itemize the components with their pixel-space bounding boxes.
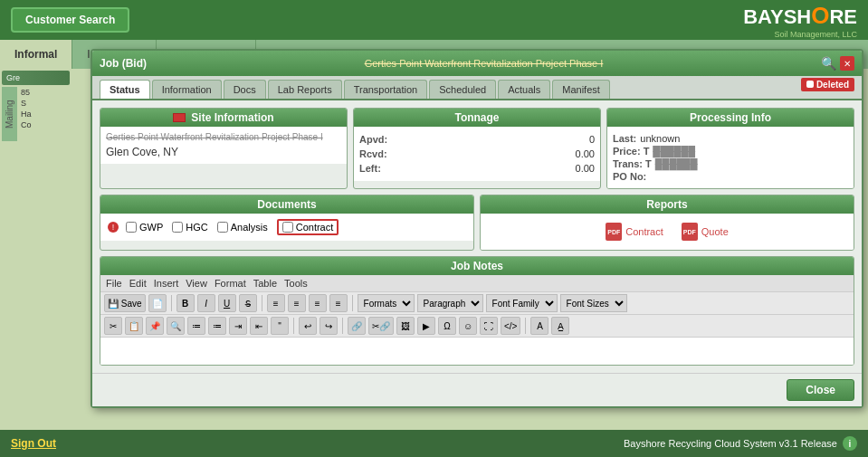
proc-last-label: Last: — [613, 133, 636, 144]
fmt-redo[interactable]: ↪ — [320, 317, 338, 335]
close-button[interactable]: Close — [787, 379, 854, 401]
tab-transportation[interactable]: Transportation — [344, 80, 428, 99]
modal-titlebar-close[interactable]: ✕ — [840, 56, 854, 71]
fmt-strikethrough[interactable]: S̶ — [239, 294, 257, 312]
fmt-code[interactable]: </> — [501, 317, 520, 335]
doc-gwp-checkbox[interactable] — [126, 222, 137, 233]
app-version-label: Bayshore Recycling Cloud System v3.1 Rel… — [624, 438, 837, 449]
sidebar-item-85: 85 — [19, 87, 72, 98]
customer-search-button[interactable]: Customer Search — [11, 7, 129, 33]
tab-actuals[interactable]: Actuals — [498, 80, 550, 99]
fmt-bold[interactable]: B — [176, 294, 195, 312]
menu-insert[interactable]: Insert — [154, 278, 179, 289]
fmt-blockquote[interactable]: " — [271, 317, 289, 335]
doc-gwp[interactable]: GWP — [126, 222, 163, 233]
fmt-paste[interactable]: 📌 — [146, 317, 164, 335]
fmt-divider-4 — [293, 318, 294, 334]
tonnage-rcvd-label: Rcvd: — [359, 148, 387, 159]
menu-view[interactable]: View — [186, 278, 207, 289]
fmt-find[interactable]: 🔍 — [167, 317, 185, 335]
fmt-align-left[interactable]: ≡ — [267, 294, 285, 312]
fmt-divider-2 — [262, 295, 262, 311]
fmt-paragraph-select[interactable]: Paragraph — [417, 294, 483, 312]
menu-table[interactable]: Table — [253, 278, 277, 289]
menu-format[interactable]: Format — [215, 278, 246, 289]
fmt-align-center[interactable]: ≡ — [288, 294, 306, 312]
site-flag-icon — [173, 113, 186, 122]
fmt-font-family-select[interactable]: Font Family — [486, 294, 558, 312]
reports-header: Reports — [481, 195, 854, 214]
fmt-emoji[interactable]: ☺ — [459, 317, 477, 335]
report-quote-label: Quote — [701, 226, 729, 237]
report-contract-link[interactable]: PDF Contract — [606, 223, 663, 241]
tab-lab-reports[interactable]: Lab Reports — [268, 80, 342, 99]
doc-contract-checkbox[interactable] — [282, 222, 293, 233]
fmt-copy[interactable]: 📋 — [125, 317, 143, 335]
doc-hgc-label: HGC — [186, 222, 207, 233]
tonnage-left-value: 0.00 — [576, 163, 595, 174]
doc-gwp-label: GWP — [139, 222, 163, 233]
tonnage-row-rcvd: Rcvd: 0.00 — [359, 147, 595, 161]
proc-price: Price: T ██████ — [613, 145, 848, 157]
doc-analysis-checkbox[interactable] — [217, 222, 228, 233]
tab-information[interactable]: Information — [152, 80, 222, 99]
site-info-body: Gerties Point Waterfront Revitalization … — [100, 127, 347, 164]
processing-info-section: Processing Info Last: unknown Price: T █… — [606, 108, 854, 189]
doc-hgc-checkbox[interactable] — [172, 222, 183, 233]
tab-docs[interactable]: Docs — [224, 80, 266, 99]
site-project-name: Gerties Point Waterfront Revitalization … — [106, 132, 341, 142]
modal-footer: Close — [92, 373, 862, 406]
job-notes-header: Job Notes — [100, 257, 854, 275]
tab-manifest[interactable]: Manifest — [552, 80, 610, 99]
menu-tools[interactable]: Tools — [284, 278, 308, 289]
fmt-bullets[interactable]: ≔ — [187, 317, 205, 335]
fmt-char[interactable]: Ω — [438, 317, 456, 335]
fmt-link[interactable]: 🔗 — [348, 317, 366, 335]
fmt-font-color[interactable]: A — [530, 317, 548, 335]
fmt-formats-select[interactable]: Formats — [358, 294, 415, 312]
notes-edit-area[interactable] — [100, 338, 854, 365]
fmt-undo[interactable]: ↩ — [299, 317, 317, 335]
fmt-unlink[interactable]: ✂🔗 — [368, 317, 394, 335]
deleted-dot — [806, 81, 814, 88]
fmt-font-sizes-select[interactable]: Font Sizes — [560, 294, 627, 312]
fmt-outdent[interactable]: ⇤ — [250, 317, 268, 335]
doc-hgc[interactable]: HGC — [172, 222, 207, 233]
reports-body: PDF Contract PDF Quote — [481, 214, 854, 250]
doc-analysis[interactable]: Analysis — [217, 222, 268, 233]
fmt-underline[interactable]: U — [218, 294, 236, 312]
modal-controls: 🔍 ✕ — [821, 56, 854, 71]
menu-file[interactable]: File — [106, 278, 122, 289]
fmt-highlight[interactable]: A̲ — [551, 317, 569, 335]
sign-out-link[interactable]: Sign Out — [11, 437, 56, 450]
site-location: Glen Cove, NY — [106, 146, 341, 158]
tab-scheduled[interactable]: Scheduled — [429, 80, 496, 99]
docs-checkboxes: GWP HGC Analysis — [126, 219, 339, 235]
fmt-italic[interactable]: I — [197, 294, 215, 312]
fmt-fullscreen[interactable]: ⛶ — [480, 317, 498, 335]
doc-contract[interactable]: Contract — [277, 219, 339, 235]
fmt-divider-6 — [525, 318, 526, 334]
documents-section: Documents ! GWP HGC — [100, 195, 474, 251]
fmt-align-justify[interactable]: ≡ — [329, 294, 348, 312]
fmt-media[interactable]: ▶ — [417, 317, 435, 335]
fmt-divider-5 — [342, 318, 343, 334]
modal-search-icon[interactable]: 🔍 — [821, 56, 836, 71]
tonnage-row-left: Left: 0.00 — [359, 161, 595, 176]
fmt-numbered[interactable]: ≔ — [208, 317, 226, 335]
fmt-save[interactable]: 💾 Save — [104, 294, 146, 312]
fmt-image[interactable]: 🖼 — [396, 317, 415, 335]
sidebar-btn-gre[interactable]: Gre — [2, 71, 70, 85]
tab-status[interactable]: Status — [100, 80, 150, 99]
tab-informal[interactable]: Informal — [0, 40, 72, 69]
info-icon[interactable]: i — [843, 436, 857, 451]
fmt-cut[interactable]: ✂ — [104, 317, 122, 335]
mailing-label: Mailing — [2, 87, 17, 141]
menu-edit[interactable]: Edit — [129, 278, 147, 289]
modal-job-bid: Job (Bid) Gerties Point Waterfront Revit… — [91, 49, 863, 408]
fmt-align-right[interactable]: ≡ — [309, 294, 327, 312]
tonnage-row-apvd: Apvd: 0 — [359, 132, 595, 147]
report-quote-link[interactable]: PDF Quote — [682, 223, 729, 241]
fmt-indent[interactable]: ⇥ — [229, 317, 247, 335]
fmt-new[interactable]: 📄 — [148, 294, 167, 312]
